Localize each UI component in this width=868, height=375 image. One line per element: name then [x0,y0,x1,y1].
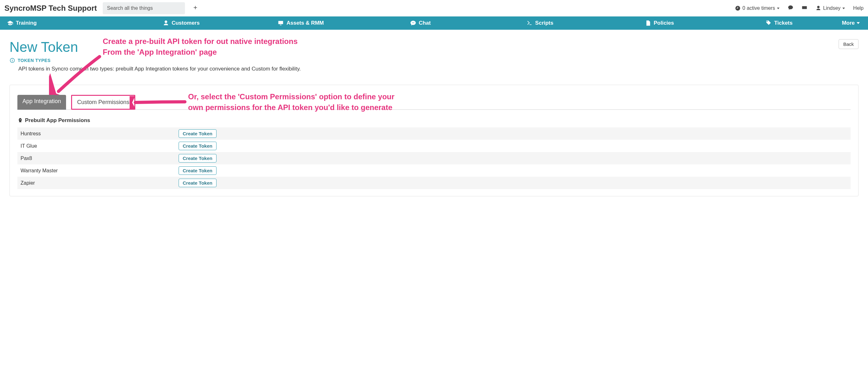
top-bar: SyncroMSP Tech Support 0 active timers L… [0,0,868,17]
permissions-table: Huntress Create Token IT Glue Create Tok… [18,127,850,189]
nav-scripts[interactable]: Scripts [480,20,600,26]
integration-name: Pax8 [18,152,176,164]
nav-chat[interactable]: Chat [361,20,480,26]
rocket-icon [18,118,23,123]
tab-app-integration[interactable]: App Integration [18,95,66,110]
page-title: New Token [9,39,301,55]
tag-icon [765,20,772,26]
table-row: Pax8 Create Token [18,152,850,164]
table-row: Warranty Master Create Token [18,164,850,177]
terminal-icon [526,20,533,26]
table-row: Huntress Create Token [18,127,850,140]
keyboard-icon [802,5,807,10]
table-row: Zapier Create Token [18,177,850,189]
info-icon [9,58,15,63]
messages-button[interactable] [788,5,794,12]
plus-icon [192,5,198,10]
keyboard-button[interactable] [802,5,807,12]
tab-custom-permissions[interactable]: Custom Permissions [71,95,135,110]
document-icon [645,20,651,26]
monitor-icon [278,20,284,26]
integration-name: Huntress [18,127,176,140]
chat-icon [410,20,416,26]
timers-text: 0 active timers [743,5,775,11]
integration-name: Zapier [18,177,176,189]
nav-assets[interactable]: Assets & RMM [241,20,360,26]
create-token-button[interactable]: Create Token [179,142,217,150]
nav-more[interactable]: More [839,20,863,26]
help-link[interactable]: Help [853,5,864,11]
token-types-toggle[interactable]: TOKEN TYPES [9,58,301,63]
graduation-icon [7,20,13,26]
tabs: App Integration Custom Permissions [18,95,850,110]
speech-icon [788,5,794,10]
integration-name: IT Glue [18,140,176,152]
brand-title: SyncroMSP Tech Support [4,4,97,13]
nav-policies[interactable]: Policies [600,20,719,26]
create-token-button[interactable]: Create Token [179,154,217,162]
svg-point-2 [12,59,13,60]
active-timers[interactable]: 0 active timers [735,5,779,11]
create-token-button[interactable]: Create Token [179,166,217,175]
user-name: Lindsey [823,5,840,11]
caret-down-icon [857,22,860,24]
nav-training[interactable]: Training [5,20,121,26]
page-body: Create a pre-built API token for out nat… [0,30,868,206]
user-menu[interactable]: Lindsey [815,5,845,11]
add-button[interactable] [191,4,200,12]
nav-customers[interactable]: Customers [121,20,241,26]
create-token-button[interactable]: Create Token [179,129,217,138]
search-input[interactable] [103,2,185,14]
main-nav: Training Customers Assets & RMM Chat Scr… [0,17,868,30]
caret-down-icon [842,8,845,9]
back-button[interactable]: Back [839,39,859,49]
user-icon [815,5,821,11]
nav-tickets[interactable]: Tickets [719,20,839,26]
caret-down-icon [777,8,779,9]
table-row: IT Glue Create Token [18,140,850,152]
clock-icon [735,5,741,11]
create-token-button[interactable]: Create Token [179,179,217,187]
section-title: Prebuilt App Permissions [18,117,850,124]
token-card: App Integration Custom Permissions Prebu… [9,85,859,196]
token-types-description: API tokens in Syncro come in two types: … [18,66,301,72]
integration-name: Warranty Master [18,164,176,177]
person-icon [163,20,169,26]
